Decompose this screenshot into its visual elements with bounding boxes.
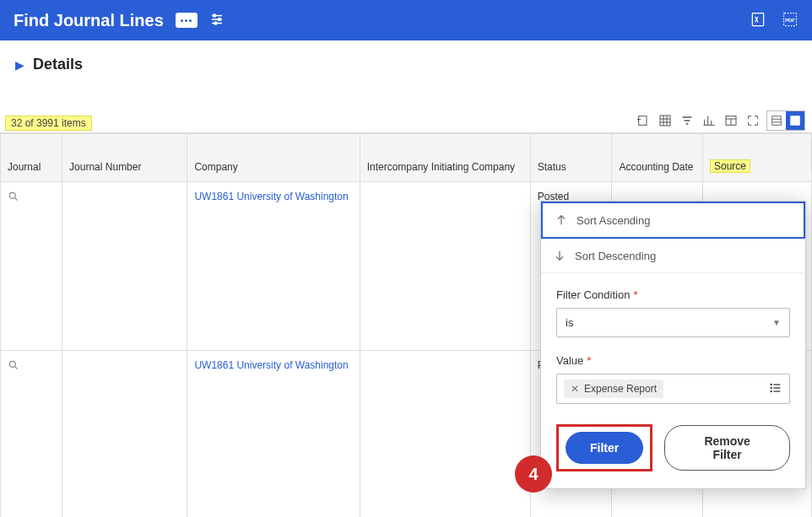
export-table-icon[interactable]: [635, 112, 652, 129]
export-excel-icon[interactable]: [750, 11, 766, 30]
filter-condition-label: Filter Condition*: [556, 288, 790, 301]
svg-point-14: [771, 387, 771, 388]
settings-sliders-icon[interactable]: [209, 12, 225, 30]
svg-rect-6: [639, 116, 647, 126]
filter-value-chip: ✕ Expense Report: [564, 380, 663, 398]
svg-point-1: [218, 18, 220, 20]
filter-button-highlight: Filter: [556, 424, 652, 471]
svg-text:PDF: PDF: [785, 17, 795, 22]
filter-button[interactable]: Filter: [566, 432, 643, 464]
header-left: Find Journal Lines: [14, 11, 225, 30]
view-toggle: [766, 110, 805, 131]
chart-icon[interactable]: [701, 112, 717, 129]
chip-label: Expense Report: [584, 383, 657, 395]
svg-point-0: [213, 14, 215, 17]
sort-ascending[interactable]: Sort Ascending: [541, 202, 805, 239]
svg-rect-3: [752, 13, 763, 25]
export-pdf-icon[interactable]: PDF: [782, 11, 798, 30]
item-count: 32 of 3991 items: [5, 116, 92, 131]
svg-rect-7: [660, 116, 670, 126]
cell-journal-number: [62, 182, 187, 351]
filter-buttons: Filter Remove Filter: [556, 424, 790, 471]
svg-rect-9: [772, 116, 782, 126]
columns-icon[interactable]: [723, 112, 739, 129]
filter-icon[interactable]: [679, 112, 696, 129]
filter-body: Filter Condition* is ▼ Value* ✕ Expense …: [541, 273, 805, 488]
cell-company: UW1861 University of Washington: [187, 351, 360, 518]
page-title: Find Journal Lines: [14, 11, 164, 30]
app-header: Find Journal Lines PDF: [0, 0, 812, 40]
cell-journal[interactable]: [1, 351, 62, 518]
grid-view-icon[interactable]: [657, 112, 674, 129]
table-toolbar: 32 of 3991 items: [0, 82, 812, 132]
details-section-header[interactable]: ▶ Details: [0, 40, 812, 82]
list-icon[interactable]: [769, 381, 782, 397]
chevron-down-icon: ▼: [772, 318, 781, 327]
actions-menu-icon[interactable]: [176, 13, 198, 28]
sort-desc-label: Sort Descending: [575, 250, 656, 262]
col-source[interactable]: Source: [702, 134, 811, 182]
cell-company: UW1861 University of Washington: [187, 182, 360, 351]
svg-point-15: [771, 390, 771, 391]
company-link[interactable]: UW1861 University of Washington: [194, 359, 348, 371]
filter-value-label: Value*: [556, 354, 790, 367]
svg-point-13: [771, 384, 771, 385]
svg-point-2: [214, 22, 217, 24]
filter-value-input[interactable]: ✕ Expense Report: [556, 374, 790, 404]
details-label: Details: [33, 56, 83, 73]
chevron-right-icon: ▶: [15, 58, 24, 72]
table-header-row: Journal Journal Number Company Intercomp…: [1, 134, 812, 182]
filter-condition-value: is: [566, 316, 573, 329]
col-accounting-date[interactable]: Accounting Date: [612, 134, 702, 182]
filter-condition-select[interactable]: is ▼: [556, 308, 790, 337]
col-journal-number[interactable]: Journal Number: [62, 134, 187, 182]
column-filter-popup: Sort Ascending Sort Descending Filter Co…: [540, 201, 806, 489]
col-intercompany[interactable]: Intercompany Initiating Company: [360, 134, 530, 182]
table-tools: [635, 110, 805, 131]
fullscreen-icon[interactable]: [744, 112, 761, 129]
cell-journal-number: [62, 351, 187, 518]
sort-descending[interactable]: Sort Descending: [541, 239, 805, 273]
svg-point-12: [9, 361, 15, 367]
remove-chip-icon[interactable]: ✕: [571, 383, 579, 395]
col-company[interactable]: Company: [187, 134, 360, 182]
sort-asc-label: Sort Ascending: [577, 214, 650, 227]
cell-journal[interactable]: [1, 182, 62, 351]
remove-filter-button[interactable]: Remove Filter: [664, 425, 790, 471]
col-journal[interactable]: Journal: [1, 134, 62, 182]
view-grid-icon[interactable]: [786, 111, 804, 130]
svg-point-11: [9, 192, 15, 198]
cell-intercompany: [360, 182, 530, 351]
view-list-icon[interactable]: [767, 111, 786, 130]
cell-intercompany: [360, 351, 530, 518]
step-badge: 4: [515, 455, 552, 493]
header-right: PDF: [750, 11, 798, 30]
col-status[interactable]: Status: [530, 134, 612, 182]
company-link[interactable]: UW1861 University of Washington: [194, 191, 348, 202]
